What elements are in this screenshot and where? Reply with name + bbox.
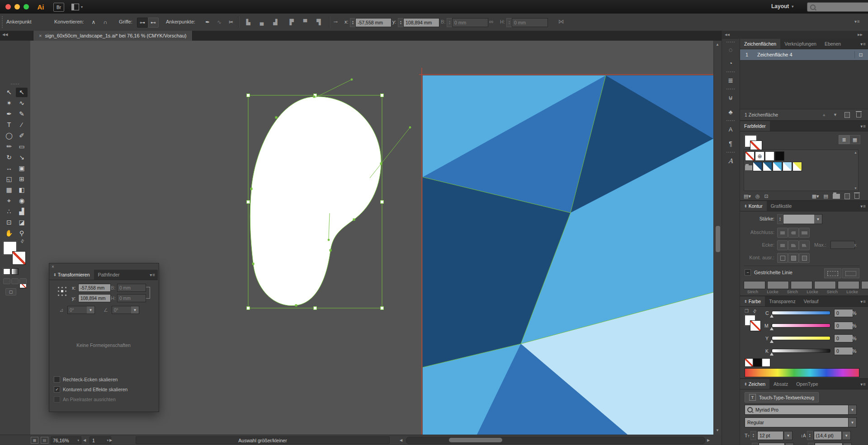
anchor-point[interactable] [252, 263, 255, 265]
move-up-icon[interactable]: ▲ [818, 112, 830, 117]
align-stroke-outside-button[interactable] [799, 253, 810, 263]
direction-handle-line[interactable] [317, 80, 352, 97]
panel-menu-icon[interactable]: ▾≡ [860, 201, 868, 211]
kerning-field[interactable]: Automati [759, 443, 785, 445]
eraser-tool[interactable]: ▭ [16, 142, 28, 151]
miter-limit-field[interactable] [830, 241, 855, 249]
align-stroke-center-button[interactable] [777, 253, 788, 263]
leading-stepper[interactable]: ▲▼ [807, 431, 813, 440]
tab-verlauf[interactable]: Verlauf [800, 296, 823, 306]
show-handles-button[interactable]: ⊶ [137, 18, 148, 28]
control-bar-grip[interactable] [2, 16, 5, 28]
tp-w-field[interactable]: 0 mm [117, 284, 146, 292]
magic-wand-tool[interactable]: ✶ [3, 98, 15, 108]
direct-selection-tool[interactable]: ↖ [16, 88, 28, 97]
tab-ebenen[interactable]: Ebenen [821, 39, 845, 49]
minimize-window-button[interactable] [14, 4, 20, 9]
transform-icon[interactable]: ⋈ [558, 18, 564, 25]
align-right-button[interactable]: ▟ [270, 18, 280, 27]
swatch-kind-menu-icon[interactable]: ▦▾ [812, 193, 819, 199]
tab-farbe[interactable]: ⇕Farbe [740, 296, 765, 306]
bbox-handle[interactable] [381, 201, 384, 204]
remove-anchor-button[interactable]: ✒ [203, 18, 212, 27]
new-color-group-icon[interactable] [833, 194, 840, 199]
preserve-dashes-button[interactable] [824, 268, 841, 278]
reference-point-locator[interactable] [57, 286, 67, 297]
color-spectrum-bar[interactable] [745, 368, 859, 377]
gradient-mode-button[interactable] [11, 268, 19, 275]
artboard-navigation-select[interactable]: 1 ▾ [90, 436, 111, 444]
rotate-tool[interactable]: ↻ [3, 153, 15, 162]
option-scale-corners[interactable]: Rechteck-Ecken skalieren [54, 376, 118, 383]
glyphs-panel-icon[interactable]: A [725, 155, 736, 166]
dash-field-1[interactable] [744, 281, 765, 289]
gradient-panel-icon[interactable]: ◔ [725, 58, 736, 69]
magenta-slider[interactable] [772, 323, 830, 328]
convert-to-smooth-button[interactable]: ∩ [100, 18, 110, 27]
pencil-tool[interactable]: ✏ [3, 142, 15, 151]
kerning-stepper[interactable]: ▲▼ [752, 443, 758, 445]
document-tab[interactable]: × sign_60x50cm_landscape_1s.ai* bei 76,1… [33, 31, 193, 41]
artboard-row[interactable]: 1 Zeichenfläche 4 ⊡ [740, 49, 868, 61]
paintbrush-tool[interactable]: ✐ [16, 131, 28, 141]
bbox-handle[interactable] [314, 307, 317, 310]
cyan-slider[interactable] [772, 311, 830, 315]
swatch-white[interactable] [765, 151, 774, 161]
font-style-dropdown[interactable]: ▼ [849, 417, 857, 427]
align-top-button[interactable]: ▛ [287, 18, 297, 27]
tab-verknuepfungen[interactable]: Verknüpfungen [780, 39, 821, 49]
gap-field-2[interactable] [814, 281, 836, 289]
yellow-value-field[interactable]: 0 [834, 334, 853, 342]
scroll-left-icon[interactable]: ◀ [400, 438, 402, 442]
quick-black-swatch[interactable] [753, 358, 762, 367]
scale-tool[interactable]: ↘ [16, 153, 28, 162]
dashed-line-checkbox[interactable]: − [745, 269, 751, 276]
type-tool[interactable]: T [3, 120, 15, 130]
move-down-icon[interactable]: ▼ [830, 112, 841, 117]
direction-handle-dot[interactable] [351, 79, 353, 81]
swatch-dark-blue[interactable] [753, 162, 762, 171]
connect-path-button[interactable]: ∿ [214, 18, 224, 27]
shear-dropdown[interactable]: ▼ [131, 306, 139, 314]
tracking-dropdown[interactable]: ▼ [844, 443, 852, 445]
strip-grip[interactable] [726, 71, 735, 72]
close-tab-icon[interactable]: × [39, 33, 42, 38]
swatch-scroll-down-icon[interactable]: ▼ [854, 187, 857, 190]
magenta-value-field[interactable]: 0 [834, 322, 853, 330]
tab-opentype[interactable]: OpenType [792, 379, 822, 389]
anchor-point[interactable] [330, 249, 332, 252]
swatch-link-icon[interactable]: ⊡ [764, 193, 769, 199]
anchor-point[interactable] [275, 117, 278, 119]
x-coordinate-field[interactable]: -57,558 mm [355, 18, 392, 27]
swatch-black[interactable] [775, 151, 784, 161]
new-swatch-icon[interactable] [844, 193, 850, 199]
brushes-panel-icon[interactable]: ⊎ [725, 92, 736, 103]
quick-none-swatch[interactable] [745, 358, 753, 367]
cap-round-button[interactable] [788, 228, 799, 238]
yellow-slider[interactable] [772, 336, 830, 340]
lasso-tool[interactable]: ∿ [16, 98, 28, 108]
slice-tool[interactable]: ◪ [16, 218, 28, 227]
tab-zeichenflaechen[interactable]: Zeichenflächen [740, 39, 780, 49]
leading-dropdown[interactable]: ▼ [843, 431, 851, 440]
tab-kontur[interactable]: ⇕Kontur [740, 201, 767, 211]
align-middle-button[interactable]: ▀ [300, 18, 310, 27]
eyedropper-tool[interactable]: ⌖ [3, 196, 15, 206]
rotate-dropdown[interactable]: ▼ [87, 306, 95, 314]
screen-mode-button[interactable]: ▢ [5, 288, 16, 295]
draw-inside-button[interactable] [19, 278, 27, 284]
horizontal-scrollbar[interactable] [406, 437, 705, 444]
anchor-point[interactable] [295, 304, 297, 307]
next-artboard-icon[interactable]: ▶ [109, 438, 112, 442]
status-preview-icon[interactable]: ▤ [41, 437, 48, 444]
cyan-slider-thumb[interactable] [770, 314, 774, 318]
align-stroke-inside-button[interactable] [788, 253, 799, 263]
symbol-sprayer-tool[interactable]: ∴ [3, 207, 15, 216]
arrange-documents-button[interactable]: ▾ [71, 4, 83, 10]
width-field[interactable]: 0 mm [452, 18, 488, 27]
strip-grip[interactable] [726, 152, 735, 153]
artboard-name[interactable]: Zeichenfläche 4 [754, 52, 854, 57]
gradient-tool[interactable]: ◧ [16, 185, 28, 195]
font-size-field[interactable]: 12 pt [757, 431, 783, 440]
tp-h-field[interactable]: 0 mm [117, 294, 146, 302]
